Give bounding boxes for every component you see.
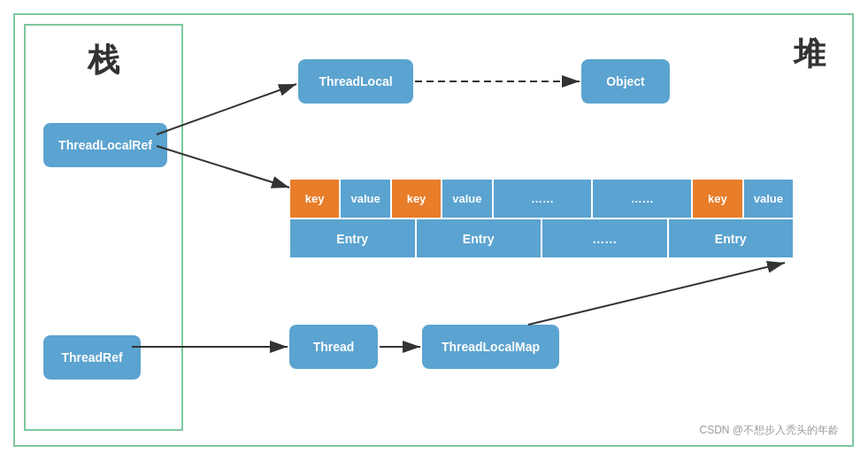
entry-label-2: Entry xyxy=(416,219,542,258)
thread-box: Thread xyxy=(289,325,378,369)
entry-label-1: Entry xyxy=(289,219,416,258)
object-label: Object xyxy=(606,74,645,88)
value-cell-3: value xyxy=(743,179,794,219)
value-cell-1: value xyxy=(340,179,390,219)
value-cell-2: value xyxy=(442,179,492,219)
threadlocal-box: ThreadLocal xyxy=(298,59,413,104)
thread-label: Thread xyxy=(313,340,355,354)
dots-cell-2: …… xyxy=(592,179,692,219)
object-box: Object xyxy=(581,59,670,104)
stack-label: 栈 xyxy=(26,39,181,82)
threadlocalmap-box: ThreadLocalMap xyxy=(422,325,559,369)
entry-bottom-row: Entry Entry …… Entry xyxy=(289,219,794,258)
arrow-tlmap-to-entry xyxy=(528,263,785,325)
main-diagram: 栈 ThreadLocalRef ThreadRef 堆 ThreadLocal… xyxy=(13,13,854,447)
heap-label: 堆 xyxy=(794,33,826,76)
dots-cell-1: …… xyxy=(493,179,593,219)
threadlocalmap-label: ThreadLocalMap xyxy=(442,340,540,354)
threadlocalref-label: ThreadLocalRef xyxy=(58,138,152,152)
key-cell-1: key xyxy=(289,179,340,219)
watermark: CSDN @不想步入秃头的年龄 xyxy=(699,423,839,438)
dots-label: …… xyxy=(542,219,668,258)
entry-top-row: key value key value …… …… key value xyxy=(289,179,794,219)
key-cell-2: key xyxy=(391,179,442,219)
threadlocalref-box: ThreadLocalRef xyxy=(43,123,167,167)
threadref-label: ThreadRef xyxy=(61,350,122,364)
threadref-box: ThreadRef xyxy=(43,335,141,380)
entry-table: key value key value …… …… key value Entr… xyxy=(289,179,794,258)
entry-label-3: Entry xyxy=(668,219,795,258)
key-cell-3: key xyxy=(692,179,742,219)
threadlocal-label: ThreadLocal xyxy=(319,74,392,88)
stack-box: 栈 ThreadLocalRef ThreadRef xyxy=(24,24,183,431)
